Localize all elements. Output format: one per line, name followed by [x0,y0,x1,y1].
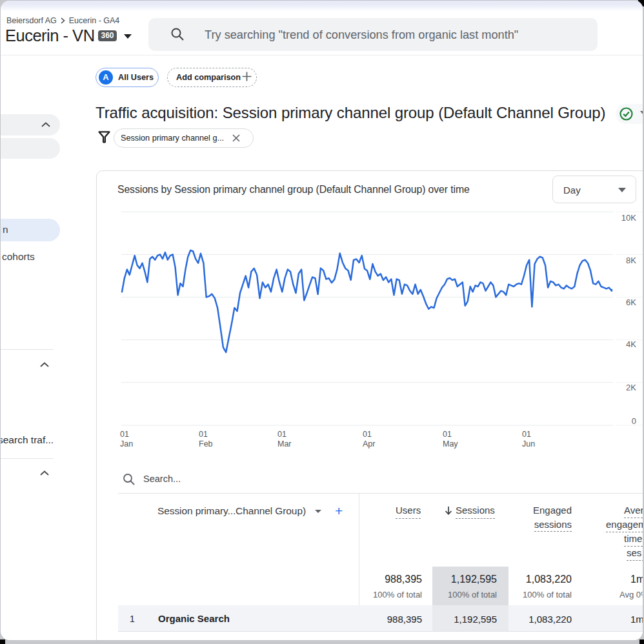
svg-text:Jun: Jun [522,439,535,448]
svg-text:01: 01 [120,430,129,439]
svg-text:01: 01 [522,430,531,439]
svg-text:Feb: Feb [199,439,213,448]
svg-text:Apr: Apr [363,439,375,448]
svg-text:Mar: Mar [277,439,292,448]
svg-text:0: 0 [632,416,636,426]
svg-text:8K: 8K [626,256,636,265]
svg-text:4K: 4K [626,339,636,349]
svg-text:May: May [443,439,458,448]
svg-text:01: 01 [199,430,208,439]
svg-text:10K: 10K [621,213,636,223]
svg-text:Jan: Jan [120,439,133,448]
svg-text:01: 01 [363,430,372,439]
svg-text:6K: 6K [626,297,636,307]
svg-text:01: 01 [277,430,287,439]
svg-text:01: 01 [443,430,452,439]
svg-text:2K: 2K [626,383,636,392]
